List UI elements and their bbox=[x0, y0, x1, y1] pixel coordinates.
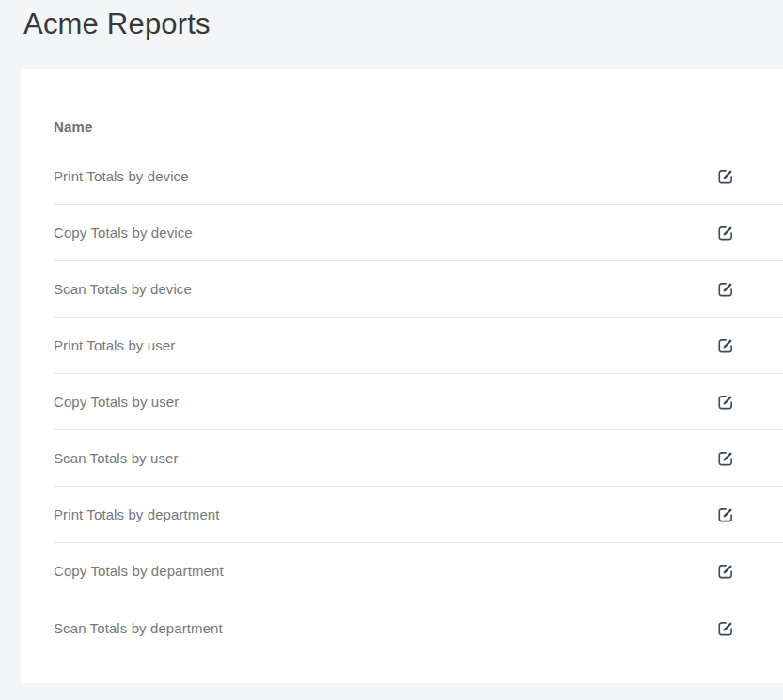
edit-icon bbox=[717, 506, 735, 523]
edit-report-button[interactable] bbox=[715, 391, 737, 412]
edit-report-button[interactable] bbox=[715, 278, 737, 300]
report-row: Copy Totals by department bbox=[54, 543, 783, 599]
table-body: Print Totals by device Copy Totals by de… bbox=[54, 148, 783, 656]
edit-report-button[interactable] bbox=[715, 504, 737, 525]
report-name-label: Copy Totals by user bbox=[54, 394, 179, 410]
edit-icon bbox=[717, 562, 735, 580]
report-row: Copy Totals by user bbox=[54, 374, 783, 430]
edit-icon bbox=[717, 449, 735, 467]
edit-icon bbox=[717, 167, 735, 185]
report-name-label: Print Totals by device bbox=[54, 168, 189, 184]
report-row: Scan Totals by department bbox=[54, 599, 783, 656]
report-name-label: Scan Totals by user bbox=[54, 450, 179, 466]
column-header-name: Name bbox=[54, 118, 93, 134]
report-name-label: Scan Totals by device bbox=[54, 281, 192, 297]
reports-card: Name Print Totals by device Copy Totals … bbox=[21, 69, 783, 683]
edit-report-button[interactable] bbox=[715, 447, 737, 469]
edit-report-button[interactable] bbox=[715, 222, 737, 243]
report-name-label: Copy Totals by device bbox=[54, 225, 193, 241]
report-row: Scan Totals by user bbox=[54, 430, 783, 487]
edit-icon bbox=[717, 224, 735, 241]
edit-icon bbox=[717, 393, 735, 411]
edit-report-button[interactable] bbox=[715, 560, 737, 582]
report-name-label: Print Totals by department bbox=[54, 506, 220, 522]
report-row: Print Totals by user bbox=[54, 318, 783, 374]
table-header-row: Name bbox=[54, 69, 783, 148]
report-row: Scan Totals by device bbox=[54, 261, 783, 318]
reports-table: Name Print Totals by device Copy Totals … bbox=[54, 69, 783, 656]
edit-report-button[interactable] bbox=[715, 617, 737, 639]
edit-icon bbox=[717, 336, 735, 354]
report-name-label: Copy Totals by department bbox=[54, 563, 224, 579]
report-name-label: Print Totals by user bbox=[54, 337, 175, 353]
edit-icon bbox=[717, 619, 735, 637]
edit-report-button[interactable] bbox=[715, 165, 737, 187]
edit-icon bbox=[717, 280, 735, 298]
report-row: Copy Totals by device bbox=[54, 205, 783, 261]
edit-report-button[interactable] bbox=[715, 334, 737, 356]
report-row: Print Totals by department bbox=[54, 487, 783, 543]
report-row: Print Totals by device bbox=[54, 148, 783, 205]
report-name-label: Scan Totals by department bbox=[54, 620, 223, 636]
page-title: Acme Reports bbox=[0, 0, 783, 41]
